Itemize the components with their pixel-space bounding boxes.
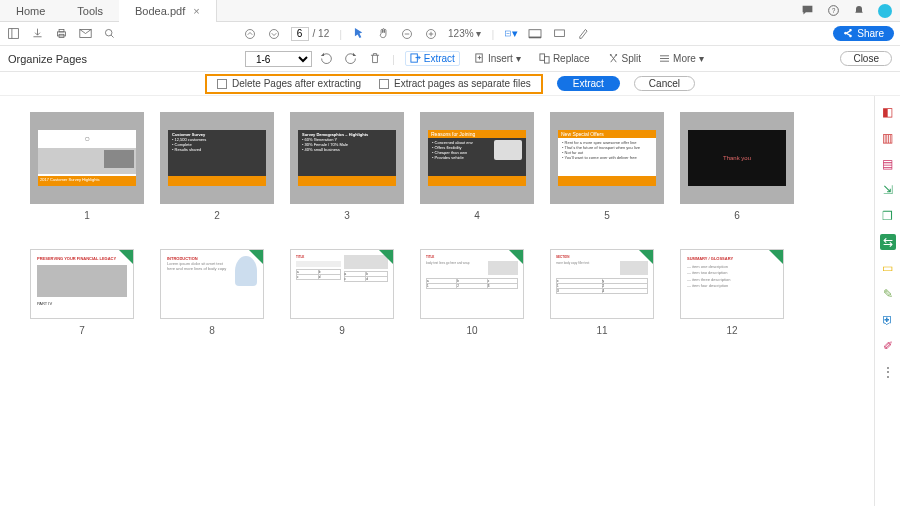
page-thumb-10[interactable]: TITLEbody text lines go here and wrapabc… bbox=[420, 249, 524, 319]
insert-tool-button[interactable]: Insert ▾ bbox=[470, 52, 525, 65]
close-tab-icon[interactable]: × bbox=[193, 5, 199, 17]
thumbnail-canvas[interactable]: ◯2017 Customer Survey Highlights1 Custom… bbox=[0, 96, 874, 506]
organize-title: Organize Pages bbox=[8, 53, 87, 65]
page-range-select[interactable]: 1-6 bbox=[245, 51, 312, 67]
more-tools-icon[interactable]: ⋮ bbox=[880, 364, 896, 380]
hand-icon[interactable] bbox=[376, 27, 390, 41]
svg-line-9 bbox=[111, 35, 113, 37]
sign-icon[interactable]: ✐ bbox=[880, 338, 896, 354]
svg-rect-5 bbox=[59, 29, 64, 31]
share-label: Share bbox=[857, 28, 884, 39]
page-num: 11 bbox=[596, 325, 607, 336]
zoom-in-icon[interactable] bbox=[424, 27, 438, 41]
page-num: 2 bbox=[214, 210, 220, 221]
page-input[interactable] bbox=[291, 27, 309, 41]
right-tool-rail: ◧ ▥ ▤ ⇲ ❐ ⇆ ▭ ✎ ⛨ ✐ ⋮ bbox=[874, 96, 900, 506]
page-num: 7 bbox=[79, 325, 85, 336]
page-num: 3 bbox=[344, 210, 350, 221]
fill-sign-icon[interactable]: ✎ bbox=[880, 286, 896, 302]
create-icon[interactable]: ▥ bbox=[880, 130, 896, 146]
separate-files-checkbox[interactable]: Extract pages as separate files bbox=[379, 78, 531, 89]
edit-icon[interactable]: ▤ bbox=[880, 156, 896, 172]
avatar[interactable] bbox=[878, 4, 892, 18]
page-num: 6 bbox=[734, 210, 740, 221]
page-num: 5 bbox=[604, 210, 610, 221]
page-thumb-2[interactable]: Customer Survey• 12,500 customers• Compl… bbox=[160, 112, 274, 204]
svg-point-27 bbox=[609, 54, 611, 56]
more-tool-button[interactable]: More ▾ bbox=[655, 52, 708, 65]
share-button[interactable]: Share bbox=[833, 26, 894, 41]
page-thumb-6[interactable]: Thank you bbox=[680, 112, 794, 204]
mail-icon[interactable] bbox=[78, 27, 92, 41]
extract-options-bar: Delete Pages after extracting Extract pa… bbox=[0, 72, 900, 96]
pointer-icon[interactable] bbox=[352, 27, 366, 41]
print-icon[interactable] bbox=[54, 27, 68, 41]
svg-rect-20 bbox=[554, 29, 564, 36]
highlight-icon[interactable] bbox=[576, 27, 590, 41]
comment-icon[interactable]: ▭ bbox=[880, 260, 896, 276]
svg-rect-2 bbox=[8, 29, 18, 39]
page-thumb-8[interactable]: INTRODUCTIONLorem ipsum dolor sit amet t… bbox=[160, 249, 264, 319]
page-thumb-11[interactable]: SECTIONmore body copy filler textxy1234 bbox=[550, 249, 654, 319]
extract-options-highlight: Delete Pages after extracting Extract pa… bbox=[205, 74, 543, 94]
delete-icon[interactable] bbox=[368, 52, 382, 66]
svg-rect-25 bbox=[540, 54, 545, 60]
pdf-icon[interactable]: ◧ bbox=[880, 104, 896, 120]
svg-point-8 bbox=[105, 29, 112, 36]
page-thumb-7[interactable]: PRESERVING YOUR FINANCIAL LEGACYPART IV bbox=[30, 249, 134, 319]
protect-icon[interactable]: ⛨ bbox=[880, 312, 896, 328]
page-thumb-1[interactable]: ◯2017 Customer Survey Highlights bbox=[30, 112, 144, 204]
page-num: 9 bbox=[339, 325, 345, 336]
annotate-icon[interactable] bbox=[552, 27, 566, 41]
svg-text:?: ? bbox=[831, 7, 835, 14]
close-button[interactable]: Close bbox=[840, 51, 892, 66]
page-num: 10 bbox=[466, 325, 477, 336]
split-tool-button[interactable]: Split bbox=[604, 52, 645, 65]
chat-icon[interactable] bbox=[800, 4, 814, 18]
page-num: 1 bbox=[84, 210, 90, 221]
save-icon[interactable] bbox=[30, 27, 44, 41]
organize-toolbar: Organize Pages 1-6 | Extract Insert ▾ Re… bbox=[0, 46, 900, 72]
svg-point-28 bbox=[615, 54, 617, 56]
page-thumb-9[interactable]: TITLEabcdabcd bbox=[290, 249, 394, 319]
page-thumb-5[interactable]: New Special Offers• Rent for a more spec… bbox=[550, 112, 664, 204]
delete-after-checkbox[interactable]: Delete Pages after extracting bbox=[217, 78, 361, 89]
page-counter: / 12 bbox=[291, 27, 330, 41]
page-thumb-3[interactable]: Survey Demographics – Highlights• 60% Ge… bbox=[290, 112, 404, 204]
page-down-icon[interactable] bbox=[267, 27, 281, 41]
fit-width-icon[interactable]: ▾ bbox=[504, 27, 518, 41]
combine-icon[interactable]: ❐ bbox=[880, 208, 896, 224]
page-num: 4 bbox=[474, 210, 480, 221]
organize-icon[interactable]: ⇆ bbox=[880, 234, 896, 250]
svg-rect-26 bbox=[544, 57, 549, 63]
page-num: 8 bbox=[209, 325, 215, 336]
zoom-level[interactable]: 123% ▾ bbox=[448, 28, 481, 39]
rotate-left-icon[interactable] bbox=[320, 52, 334, 66]
sidebar-toggle-icon[interactable] bbox=[6, 27, 20, 41]
svg-rect-18 bbox=[529, 29, 541, 37]
help-icon[interactable]: ? bbox=[826, 4, 840, 18]
svg-point-11 bbox=[269, 29, 278, 38]
export-icon[interactable]: ⇲ bbox=[880, 182, 896, 198]
svg-rect-21 bbox=[411, 54, 417, 62]
rotate-right-icon[interactable] bbox=[344, 52, 358, 66]
page-thumb-12[interactable]: SUMMARY / GLOSSARY— item one description… bbox=[680, 249, 784, 319]
page-total: / 12 bbox=[313, 28, 330, 39]
bell-icon[interactable] bbox=[852, 4, 866, 18]
read-mode-icon[interactable] bbox=[528, 27, 542, 41]
tab-home[interactable]: Home bbox=[0, 0, 61, 22]
replace-tool-button[interactable]: Replace bbox=[535, 52, 594, 65]
svg-point-10 bbox=[245, 29, 254, 38]
tab-document[interactable]: Bodea.pdf× bbox=[119, 0, 217, 22]
page-thumb-4[interactable]: Reasons for Joining• Concerned about env… bbox=[420, 112, 534, 204]
main-toolbar: / 12 | 123% ▾ | ▾ Share bbox=[0, 22, 900, 46]
tab-document-label: Bodea.pdf bbox=[135, 5, 185, 17]
page-up-icon[interactable] bbox=[243, 27, 257, 41]
zoom-out-icon[interactable] bbox=[400, 27, 414, 41]
tab-tools[interactable]: Tools bbox=[61, 0, 119, 22]
cancel-button[interactable]: Cancel bbox=[634, 76, 695, 91]
extract-button[interactable]: Extract bbox=[557, 76, 620, 91]
extract-tool-button[interactable]: Extract bbox=[405, 51, 460, 66]
search-icon[interactable] bbox=[102, 27, 116, 41]
page-num: 12 bbox=[726, 325, 737, 336]
